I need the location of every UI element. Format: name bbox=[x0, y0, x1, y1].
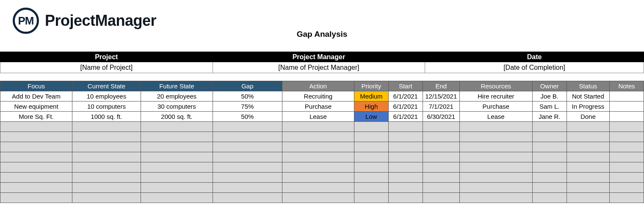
focus-cell[interactable] bbox=[0, 173, 72, 183]
action-cell[interactable] bbox=[282, 132, 354, 142]
action-cell[interactable] bbox=[282, 183, 354, 193]
gap-cell[interactable] bbox=[213, 173, 282, 183]
notes-cell[interactable] bbox=[609, 142, 644, 152]
end-cell[interactable] bbox=[423, 173, 459, 183]
focus-cell[interactable]: Add to Dev Team bbox=[0, 91, 72, 102]
end-cell[interactable] bbox=[423, 162, 459, 173]
gap-cell[interactable] bbox=[213, 193, 282, 203]
focus-cell[interactable] bbox=[0, 132, 72, 142]
end-cell[interactable] bbox=[423, 132, 459, 142]
gap-cell[interactable] bbox=[213, 162, 282, 173]
priority-cell[interactable]: High bbox=[354, 102, 388, 112]
current-cell[interactable] bbox=[72, 193, 141, 203]
status-cell[interactable] bbox=[567, 132, 609, 142]
notes-cell[interactable] bbox=[609, 102, 644, 112]
priority-cell[interactable]: Low bbox=[354, 112, 388, 122]
owner-cell[interactable] bbox=[532, 193, 567, 203]
start-cell[interactable] bbox=[388, 183, 423, 193]
future-cell[interactable]: 30 computers bbox=[141, 102, 213, 112]
current-cell[interactable]: 1000 sq. ft. bbox=[72, 112, 141, 122]
action-cell[interactable] bbox=[282, 162, 354, 173]
current-cell[interactable] bbox=[72, 162, 141, 173]
owner-cell[interactable] bbox=[532, 162, 567, 173]
resources-cell[interactable] bbox=[459, 173, 532, 183]
future-cell[interactable]: 20 employees bbox=[141, 91, 213, 102]
action-cell[interactable] bbox=[282, 122, 354, 132]
current-cell[interactable] bbox=[72, 152, 141, 162]
future-cell[interactable] bbox=[141, 152, 213, 162]
resources-cell[interactable] bbox=[459, 132, 532, 142]
gap-cell[interactable] bbox=[213, 132, 282, 142]
notes-cell[interactable] bbox=[609, 152, 644, 162]
notes-cell[interactable] bbox=[609, 132, 644, 142]
resources-cell[interactable]: Purchase bbox=[459, 102, 532, 112]
gap-cell[interactable] bbox=[213, 122, 282, 132]
priority-cell[interactable] bbox=[354, 122, 388, 132]
action-cell[interactable] bbox=[282, 173, 354, 183]
status-cell[interactable] bbox=[567, 173, 609, 183]
end-cell[interactable] bbox=[423, 142, 459, 152]
future-cell[interactable] bbox=[141, 142, 213, 152]
priority-cell[interactable] bbox=[354, 193, 388, 203]
future-cell[interactable] bbox=[141, 183, 213, 193]
start-cell[interactable] bbox=[388, 173, 423, 183]
gap-cell[interactable] bbox=[213, 142, 282, 152]
owner-cell[interactable] bbox=[532, 152, 567, 162]
status-cell[interactable]: Not Started bbox=[567, 91, 609, 102]
focus-cell[interactable] bbox=[0, 122, 72, 132]
end-cell[interactable] bbox=[423, 152, 459, 162]
start-cell[interactable]: 6/1/2021 bbox=[388, 112, 423, 122]
current-cell[interactable] bbox=[72, 132, 141, 142]
start-cell[interactable] bbox=[388, 122, 423, 132]
resources-cell[interactable] bbox=[459, 193, 532, 203]
end-cell[interactable] bbox=[423, 122, 459, 132]
future-cell[interactable] bbox=[141, 122, 213, 132]
owner-cell[interactable] bbox=[532, 132, 567, 142]
owner-cell[interactable]: Sam L. bbox=[532, 102, 567, 112]
project-manager-cell[interactable]: [Name of Project Manager] bbox=[213, 62, 425, 73]
priority-cell[interactable] bbox=[354, 152, 388, 162]
resources-cell[interactable] bbox=[459, 162, 532, 173]
notes-cell[interactable] bbox=[609, 91, 644, 102]
start-cell[interactable]: 6/1/2021 bbox=[388, 102, 423, 112]
owner-cell[interactable]: Joe B. bbox=[532, 91, 567, 102]
future-cell[interactable] bbox=[141, 162, 213, 173]
gap-cell[interactable] bbox=[213, 183, 282, 193]
notes-cell[interactable] bbox=[609, 183, 644, 193]
start-cell[interactable] bbox=[388, 152, 423, 162]
current-cell[interactable] bbox=[72, 142, 141, 152]
current-cell[interactable] bbox=[72, 122, 141, 132]
future-cell[interactable] bbox=[141, 193, 213, 203]
end-cell[interactable] bbox=[423, 193, 459, 203]
notes-cell[interactable] bbox=[609, 112, 644, 122]
start-cell[interactable] bbox=[388, 142, 423, 152]
priority-cell[interactable] bbox=[354, 173, 388, 183]
status-cell[interactable] bbox=[567, 193, 609, 203]
resources-cell[interactable] bbox=[459, 183, 532, 193]
action-cell[interactable]: Lease bbox=[282, 112, 354, 122]
focus-cell[interactable]: More Sq. Ft. bbox=[0, 112, 72, 122]
resources-cell[interactable] bbox=[459, 122, 532, 132]
current-cell[interactable] bbox=[72, 183, 141, 193]
status-cell[interactable] bbox=[567, 142, 609, 152]
status-cell[interactable] bbox=[567, 162, 609, 173]
end-cell[interactable]: 7/1/2021 bbox=[423, 102, 459, 112]
gap-cell[interactable] bbox=[213, 152, 282, 162]
action-cell[interactable]: Purchase bbox=[282, 102, 354, 112]
date-cell[interactable]: [Date of Completion] bbox=[425, 62, 644, 73]
notes-cell[interactable] bbox=[609, 162, 644, 173]
start-cell[interactable] bbox=[388, 193, 423, 203]
priority-cell[interactable] bbox=[354, 132, 388, 142]
current-cell[interactable] bbox=[72, 173, 141, 183]
action-cell[interactable] bbox=[282, 152, 354, 162]
focus-cell[interactable] bbox=[0, 152, 72, 162]
resources-cell[interactable] bbox=[459, 142, 532, 152]
resources-cell[interactable] bbox=[459, 152, 532, 162]
focus-cell[interactable] bbox=[0, 193, 72, 203]
resources-cell[interactable]: Hire recruiter bbox=[459, 91, 532, 102]
future-cell[interactable] bbox=[141, 132, 213, 142]
focus-cell[interactable] bbox=[0, 183, 72, 193]
owner-cell[interactable] bbox=[532, 173, 567, 183]
project-name-cell[interactable]: [Name of Project] bbox=[0, 62, 213, 73]
notes-cell[interactable] bbox=[609, 122, 644, 132]
